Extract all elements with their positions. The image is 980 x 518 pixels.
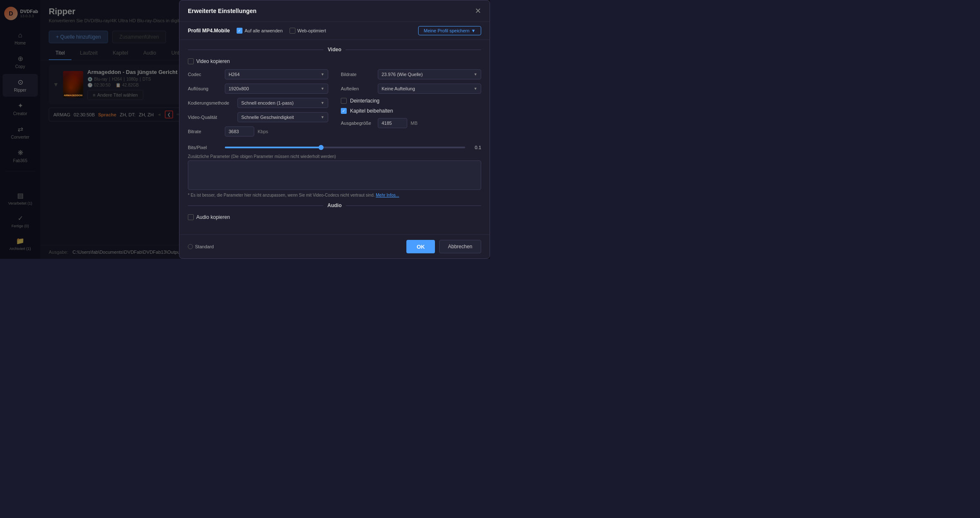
params-note: * Es ist besser, die Parameter hier nich… [188, 192, 481, 198]
audio-section-title: Audio [327, 202, 342, 208]
ok-button[interactable]: OK [406, 240, 435, 253]
standard-label: Standard [195, 244, 214, 249]
quality-chevron: ▼ [321, 115, 324, 119]
audio-copy-label: Audio kopieren [196, 214, 230, 220]
audio-section-divider: Audio [188, 202, 481, 208]
additional-params: Zusätzliche Parameter (Die obigen Parame… [188, 154, 481, 198]
codec-chevron: ▼ [321, 72, 324, 76]
profile-label: Profil MP4.Mobile [188, 28, 230, 34]
video-section-title: Video [328, 47, 341, 53]
apply-all-label: Auf alle anwenden [245, 28, 283, 33]
encoding-chevron: ▼ [321, 101, 324, 105]
bitrate-label: Bitrate [188, 129, 221, 134]
video-copy-row: Video kopieren [188, 58, 481, 64]
chevron-down-icon: ▼ [471, 28, 476, 33]
framerate-select[interactable]: 23.976 (Wie Quelle) ▼ [378, 69, 481, 79]
audio-divider-left [188, 205, 323, 206]
modal-close-button[interactable]: ✕ [475, 6, 481, 16]
modal-header: Erweiterte Einstellungen ✕ [179, 0, 490, 22]
encoding-select[interactable]: Schnell encoden (1-pass) ▼ [237, 98, 328, 108]
modal-overlay: Erweiterte Einstellungen ✕ Profil MP4.Mo… [0, 0, 490, 259]
additional-label: Zusätzliche Parameter (Die obigen Parame… [188, 154, 481, 159]
modal-title: Erweiterte Einstellungen [188, 8, 256, 14]
deinterlacing-label: Deinterlacing [350, 98, 379, 104]
bits-pixel-value: 0.1 [469, 145, 481, 150]
framerate-chevron: ▼ [474, 72, 477, 76]
deinterlacing-checkbox[interactable] [341, 98, 347, 104]
more-info-link[interactable]: Mehr Infos... [376, 193, 399, 197]
video-copy-label: Video kopieren [196, 58, 230, 64]
save-profile-button[interactable]: Meine Profil speichern ▼ [418, 26, 481, 35]
keep-chapters-checkbox[interactable]: ✓ [341, 108, 347, 114]
bits-pixel-slider[interactable] [225, 147, 465, 148]
divider-line-left [188, 50, 324, 50]
params-textarea-area[interactable] [188, 160, 481, 190]
bits-pixel-label: Bits/Pixel [188, 145, 221, 150]
modal-profile-bar: Profil MP4.Mobile ✓ Auf alle anwenden We… [179, 22, 490, 40]
footer-buttons: OK Abbrechen [406, 240, 481, 253]
bits-pixel-row: Bits/Pixel 0.1 [188, 145, 481, 150]
slider-fill [225, 147, 321, 148]
web-optimized-checkbox[interactable]: Web-optimiert [290, 28, 326, 34]
video-copy-checkbox[interactable] [188, 58, 194, 64]
split-select[interactable]: Keine Aufteilung ▼ [378, 84, 481, 94]
quality-select[interactable]: Schnelle Geschwindigkeit ▼ [237, 112, 328, 122]
codec-row: Codec H264 ▼ Auflösung 1920x800 ▼ [188, 69, 328, 141]
resolution-select[interactable]: 1920x800 ▼ [225, 84, 328, 94]
codec-label: Codec [188, 72, 221, 77]
checkbox-unchecked-icon [290, 28, 295, 34]
modal-footer: Standard OK Abbrechen [179, 234, 490, 258]
bitrate-unit: Kbps [258, 129, 268, 134]
app-container: D DVDFab 13.0.3.3 ⌂ Home ⊕ Copy ⊙ Ripper… [0, 0, 490, 259]
split-chevron: ▼ [474, 87, 477, 91]
output-size-unit: MB [411, 121, 418, 126]
split-label: Aufteilen [341, 86, 374, 91]
audio-copy-row: Audio kopieren [188, 214, 481, 220]
cancel-button[interactable]: Abbrechen [439, 240, 481, 253]
divider-line-right [345, 50, 481, 50]
framerate-label: Bildrate [341, 72, 374, 77]
bitrate-input[interactable] [225, 126, 254, 137]
standard-radio[interactable]: Standard [188, 244, 214, 249]
form-grid: Codec H264 ▼ Auflösung 1920x800 ▼ [188, 69, 481, 141]
keep-chapters-label: Kapitel beibehalten [350, 108, 393, 114]
resolution-label: Auflösung [188, 86, 221, 91]
audio-copy-checkbox[interactable] [188, 214, 194, 220]
audio-divider-right [346, 205, 481, 206]
encoding-label: Kodierungsmethode [188, 100, 234, 105]
codec-select[interactable]: H264 ▼ [225, 69, 328, 79]
quality-label: Video-Qualität [188, 115, 234, 120]
slider-thumb [319, 145, 324, 150]
modal-advanced-settings: Erweiterte Einstellungen ✕ Profil MP4.Mo… [179, 0, 490, 259]
checkbox-checked-icon: ✓ [237, 28, 242, 34]
apply-all-checkbox[interactable]: ✓ Auf alle anwenden [237, 28, 283, 34]
radio-circle-icon [188, 244, 193, 249]
web-optimized-label: Web-optimiert [298, 28, 326, 33]
right-col: Bildrate 23.976 (Wie Quelle) ▼ Aufteilen… [341, 69, 481, 141]
resolution-chevron: ▼ [321, 87, 324, 91]
modal-body: Video Video kopieren Codec H264 [179, 40, 490, 234]
video-section-divider: Video [188, 47, 481, 53]
output-size-input[interactable] [378, 118, 407, 128]
output-size-label: Ausgabegröße [341, 121, 374, 126]
